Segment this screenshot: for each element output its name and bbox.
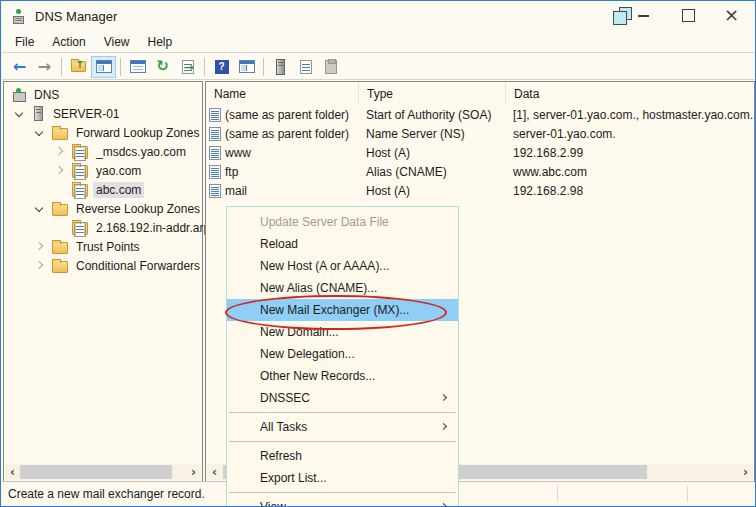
tree-item-msdcs-yao-com[interactable]: _msdcs.yao.com [4,142,202,161]
menu-help[interactable]: Help [139,32,182,52]
forward-icon: → [38,59,51,75]
tree-horizontal-scrollbar[interactable]: ‹ › [5,464,201,480]
record-name-cell: (same as parent folder) [206,127,358,141]
menu-action[interactable]: Action [43,32,94,52]
column-header-type[interactable]: Type [358,82,505,105]
table-row[interactable]: mailHost (A)192.168.2.98 [206,181,754,200]
up-folder-button[interactable]: ↑ [66,56,91,78]
tree-item-label: _msdcs.yao.com [93,144,189,160]
status-divider [687,486,688,502]
tree-item-trust-points[interactable]: Trust Points [4,237,202,256]
record-name-cell: (same as parent folder) [206,108,358,122]
toolbar-separator [61,58,62,76]
tree-item-server-01[interactable]: SERVER-01 [4,104,202,123]
menu-item-all-tasks[interactable]: All Tasks [227,416,458,438]
dns-manager-app-icon [12,9,27,24]
cascade-windows-icon[interactable] [612,7,634,25]
record-type-cell: Start of Authority (SOA) [358,108,505,122]
console-window-button[interactable] [91,56,116,78]
record-data-cell: 192.168.2.98 [505,184,754,198]
server-button[interactable] [268,56,293,78]
scroll-left-icon[interactable]: ‹ [5,464,20,480]
dns-record-icon [209,127,221,141]
clipboard-icon [325,60,337,74]
window-controls: × [594,1,754,31]
export-list-button[interactable]: → [175,56,200,78]
menu-file[interactable]: File [6,32,43,52]
menu-item-other-new-records[interactable]: Other New Records... [227,365,458,387]
tree-item-forward-lookup-zones[interactable]: Forward Lookup Zones [4,123,202,142]
chevron-collapsed-icon[interactable] [55,147,63,155]
table-row[interactable]: ftpAlias (CNAME)www.abc.com [206,162,754,181]
scroll-right-icon[interactable]: › [186,464,201,480]
tree-item-conditional-forwarders[interactable]: Conditional Forwarders [4,256,202,275]
properties-button[interactable] [125,56,150,78]
console-tree-pane: DNSSERVER-01Forward Lookup Zones_msdcs.y… [3,81,203,482]
folder-icon [52,242,68,254]
record-name-cell: ftp [206,165,358,179]
help-button[interactable]: ? [209,56,234,78]
dns-manager-window: DNS Manager × FileActionViewHelp ←→↑↻→? … [0,0,756,507]
zone-icon [72,222,88,235]
menu-item-reload[interactable]: Reload [227,233,458,255]
menu-view[interactable]: View [95,32,139,52]
column-header-name[interactable]: Name [206,82,358,105]
column-header-data[interactable]: Data [505,82,754,105]
menu-item-view[interactable]: View [227,496,458,507]
dns-record-icon [209,184,221,198]
table-row[interactable]: wwwHost (A)192.168.2.99 [206,143,754,162]
refresh-icon: ↻ [156,59,169,74]
folder-icon [52,261,68,273]
clipboard-button[interactable] [318,56,343,78]
menu-item-refresh[interactable]: Refresh [227,445,458,467]
console-window-icon [96,60,112,73]
zone-icon [72,146,88,159]
tree-item-label: abc.com [93,182,144,198]
menu-item-update-server-data-file: Update Server Data File [227,211,458,233]
properties-icon [130,60,146,73]
console-tree-button[interactable] [234,56,259,78]
table-row[interactable]: (same as parent folder)Start of Authorit… [206,105,754,124]
minimize-button[interactable] [638,15,649,17]
tree-item-2-168-192-in-addr-arp[interactable]: 2.168.192.in-addr.arp [4,218,202,237]
tree-item-abc-com[interactable]: abc.com [4,180,202,199]
record-list: (same as parent folder)Start of Authorit… [206,105,754,200]
folder-icon [52,204,68,216]
close-button[interactable]: × [724,4,739,25]
chevron-collapsed-icon[interactable] [35,242,43,250]
up-folder-icon: ↑ [71,61,86,72]
server-icon [276,59,285,75]
scroll-right-icon[interactable]: › [738,464,753,480]
record-name-cell: www [206,146,358,160]
menu-bar: FileActionViewHelp [2,31,754,53]
tree-item-reverse-lookup-zones[interactable]: Reverse Lookup Zones [4,199,202,218]
scroll-left-icon[interactable]: ‹ [207,464,222,480]
maximize-button[interactable] [682,9,695,22]
record-list-button[interactable] [293,56,318,78]
record-data-cell: [1], server-01.yao.com., hostmaster.yao.… [505,108,754,122]
menu-item-new-delegation[interactable]: New Delegation... [227,343,458,365]
chevron-collapsed-icon[interactable] [35,261,43,269]
chevron-expanded-icon[interactable] [15,109,23,117]
menu-item-export-list[interactable]: Export List... [227,467,458,489]
dns-tree: DNSSERVER-01Forward Lookup Zones_msdcs.y… [4,82,202,275]
menu-item-dnssec[interactable]: DNSSEC [227,387,458,409]
table-row[interactable]: (same as parent folder)Name Server (NS)s… [206,124,754,143]
toolbar-separator [120,58,121,76]
scrollbar-thumb[interactable] [20,465,172,479]
status-divider [557,486,558,502]
export-list-icon: → [182,60,194,74]
dns-root-icon [12,87,26,102]
chevron-expanded-icon[interactable] [35,128,43,136]
record-data-cell: www.abc.com [505,165,754,179]
chevron-collapsed-icon[interactable] [55,166,63,174]
tree-item-dns[interactable]: DNS [4,85,202,104]
forward-button[interactable]: → [32,56,57,78]
chevron-expanded-icon[interactable] [35,204,43,212]
tree-item-yao-com[interactable]: yao.com [4,161,202,180]
refresh-button[interactable]: ↻ [150,56,175,78]
menu-item-new-host-a-or-aaaa[interactable]: New Host (A or AAAA)... [227,255,458,277]
help-icon: ? [215,60,229,74]
back-button[interactable]: ← [7,56,32,78]
submenu-arrow-icon [440,423,447,430]
